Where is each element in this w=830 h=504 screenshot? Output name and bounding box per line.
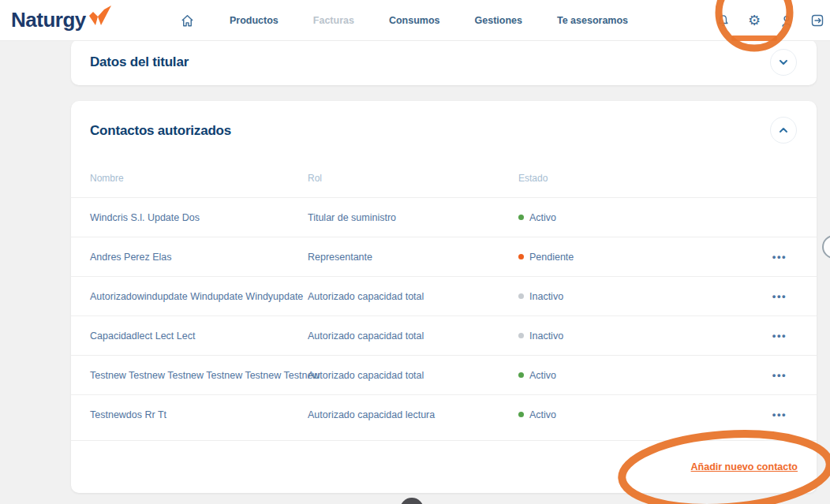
status-label: Inactivo	[529, 330, 563, 342]
contacts-card-title: Contactos autorizados	[90, 123, 231, 139]
contact-name: Testnewdos Rr Tt	[90, 409, 308, 420]
contact-role: Titular de suministro	[308, 212, 518, 223]
collapse-contacts-button[interactable]	[770, 117, 797, 144]
contact-status: Activo	[518, 370, 755, 381]
gear-icon[interactable]: ⚙	[747, 13, 761, 28]
table-row: Testnew Testnew Testnew Testnew Testnew …	[71, 355, 817, 394]
contact-role: Autorizado capacidad total	[308, 291, 518, 302]
nav-item-facturas[interactable]: Facturas	[313, 15, 354, 26]
header-icon-group: ⚙	[716, 0, 824, 41]
status-dot-icon	[518, 412, 524, 417]
status-dot-icon	[518, 215, 524, 220]
logo-text: Naturgy	[11, 8, 86, 32]
contacts-card-footer: Añadir nuevo contacto	[71, 440, 817, 493]
contact-status: Pendiente	[518, 252, 755, 263]
status-dot-icon	[518, 372, 524, 378]
column-header-nombre: Nombre	[90, 173, 308, 184]
contacts-table-body: Windcris S.l. Update Dos Titular de sumi…	[71, 197, 817, 434]
titular-card: Datos del titular	[71, 39, 817, 85]
nav-item-consumos[interactable]: Consumos	[389, 15, 440, 26]
table-row: Testnewdos Rr Tt Autorizado capacidad le…	[71, 394, 817, 434]
nav-item-productos[interactable]: Productos	[230, 15, 279, 26]
home-icon[interactable]	[180, 13, 195, 28]
contact-name: Autorizadowindupdate Windupdate Windyupd…	[90, 291, 308, 302]
titular-card-title: Datos del titular	[90, 54, 189, 70]
floating-widget-partial	[823, 236, 830, 258]
contacts-table-header: Nombre Rol Estado	[71, 159, 817, 197]
status-label: Activo	[529, 409, 556, 420]
nav-item-gestiones[interactable]: Gestiones	[475, 15, 522, 26]
butterfly-logo-icon	[88, 5, 111, 30]
main-nav: Productos Facturas Consumos Gestiones Te…	[180, 0, 628, 41]
row-actions-menu-icon[interactable]: •••	[755, 253, 798, 261]
contact-status: Inactivo	[518, 330, 755, 342]
chat-widget-partial	[400, 498, 424, 504]
contacts-table: Nombre Rol Estado Windcris S.l. Update D…	[71, 159, 817, 434]
status-label: Activo	[529, 370, 556, 381]
contact-role: Autorizado capacidad total	[308, 330, 518, 342]
contact-status: Activo	[518, 212, 755, 223]
table-row: Capacidadlect Lect Lect Autorizado capac…	[71, 315, 817, 355]
add-contact-link[interactable]: Añadir nuevo contacto	[691, 461, 798, 472]
table-row: Autorizadowindupdate Windupdate Windyupd…	[71, 276, 817, 315]
table-row: Windcris S.l. Update Dos Titular de sumi…	[71, 197, 817, 237]
chevron-down-icon	[777, 56, 790, 69]
contacts-card: Contactos autorizados Nombre Rol Estado …	[71, 101, 817, 493]
user-icon[interactable]	[779, 13, 793, 28]
column-header-estado: Estado	[518, 173, 755, 184]
status-label: Inactivo	[529, 291, 563, 302]
contact-role: Representante	[308, 252, 518, 263]
status-label: Activo	[529, 212, 556, 223]
chevron-up-icon	[777, 124, 790, 136]
bell-icon[interactable]	[716, 13, 730, 28]
status-dot-icon	[518, 333, 524, 338]
contact-status: Activo	[518, 409, 755, 420]
column-header-rol: Rol	[308, 173, 518, 184]
status-dot-icon	[518, 254, 524, 259]
contact-role: Autorizado capacidad total	[308, 370, 518, 381]
contact-name: Capacidadlect Lect Lect	[90, 330, 308, 342]
contact-status: Inactivo	[518, 291, 755, 302]
nav-item-te-asesoramos[interactable]: Te asesoramos	[557, 15, 628, 26]
row-actions-menu-icon[interactable]: •••	[755, 411, 798, 419]
contact-name: Windcris S.l. Update Dos	[90, 212, 308, 223]
status-label: Pendiente	[529, 252, 574, 263]
contact-role: Autorizado capacidad lectura	[308, 409, 518, 420]
row-actions-menu-icon[interactable]: •••	[755, 293, 798, 301]
row-actions-menu-icon[interactable]: •••	[755, 371, 798, 379]
status-dot-icon	[518, 293, 524, 299]
table-row: Andres Perez Elas Representante Pendient…	[71, 237, 817, 276]
logout-icon[interactable]	[810, 13, 824, 28]
naturgy-logo[interactable]: Naturgy	[11, 8, 111, 32]
contact-name: Andres Perez Elas	[90, 252, 308, 263]
top-navigation-bar: Naturgy Productos Facturas Consumos Gest…	[0, 0, 830, 41]
row-actions-menu-icon[interactable]: •••	[755, 332, 798, 340]
contact-name: Testnew Testnew Testnew Testnew Testnew …	[90, 370, 308, 381]
expand-titular-button[interactable]	[770, 49, 797, 76]
